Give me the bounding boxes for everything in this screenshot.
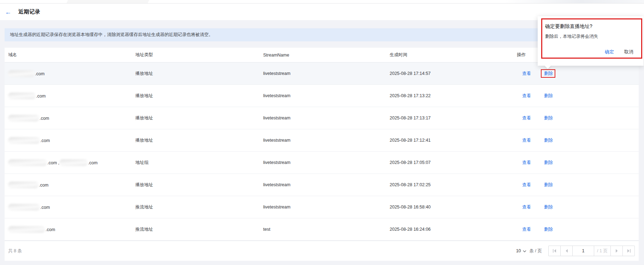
redacted-domain-blur <box>8 137 40 144</box>
column-header-domain: 域名 <box>5 52 135 58</box>
confirm-button[interactable]: 确定 <box>605 49 614 55</box>
domain-cell: .com ,.com <box>5 159 135 166</box>
popover-title: 确定要删除直播地址? <box>545 23 592 30</box>
delete-link[interactable]: 删除 <box>544 93 553 99</box>
popover-body: 删除后，本地记录将会消失 <box>545 34 598 40</box>
delete-link[interactable]: 删除 <box>544 160 553 166</box>
cancel-button[interactable]: 取消 <box>624 49 633 55</box>
time-cell: 2025-08-28 16:58:40 <box>390 205 517 210</box>
row-actions: 查看 删除 <box>517 71 639 77</box>
domain-suffix-text: .com <box>35 71 45 76</box>
info-banner-text: 地址生成器的近期记录保存在浏览器本地缓存中，清除浏览器缓存后地址生成器的近期记录… <box>10 32 213 38</box>
domain-cell: .com <box>5 115 135 122</box>
screen: ← 近期记录 地址生成器的近期记录保存在浏览器本地缓存中，清除浏览器缓存后地址生… <box>0 0 644 265</box>
delete-link[interactable]: 删除 <box>544 137 553 143</box>
browser-chrome-strip <box>0 0 644 4</box>
redacted-domain-blur <box>8 226 45 233</box>
table-row: .com 播放地址 liveteststream 2025-08-28 17:1… <box>5 85 639 107</box>
pager-controls: / 1 页 <box>548 246 635 256</box>
domain-cell: .com <box>5 226 135 233</box>
row-actions: 查看 删除 <box>517 204 639 210</box>
stream-cell: liveteststream <box>263 93 390 98</box>
view-link[interactable]: 查看 <box>522 115 531 121</box>
table-body: .com 播放地址 liveteststream 2025-08-28 17:1… <box>5 63 639 241</box>
stream-cell: liveteststream <box>263 116 390 120</box>
row-actions: 查看 删除 <box>517 226 639 232</box>
view-link[interactable]: 查看 <box>522 93 531 99</box>
view-link[interactable]: 查看 <box>522 226 531 232</box>
view-link[interactable]: 查看 <box>522 160 531 166</box>
redacted-domain-blur <box>8 115 39 122</box>
prev-page-icon <box>565 249 568 253</box>
domain-cell: .com <box>5 93 135 99</box>
column-header-created-time: 生成时间 <box>390 52 517 58</box>
view-link[interactable]: 查看 <box>522 137 531 143</box>
last-page-button[interactable] <box>622 246 635 256</box>
redacted-domain-blur <box>8 182 39 188</box>
delete-link[interactable]: 删除 <box>544 182 553 188</box>
row-actions: 查看 删除 <box>517 115 639 121</box>
stream-cell: liveteststream <box>263 205 390 210</box>
table-row: .com 播放地址 liveteststream 2025-08-28 17:1… <box>5 107 639 129</box>
next-page-button[interactable] <box>610 246 623 256</box>
next-page-icon <box>615 249 618 253</box>
time-cell: 2025-08-28 17:13:22 <box>390 93 517 98</box>
domain-suffix-text: .com , <box>47 160 59 165</box>
row-actions: 查看 删除 <box>517 160 639 166</box>
stream-cell: liveteststream <box>263 160 390 165</box>
delete-link[interactable]: 删除 <box>544 204 553 210</box>
type-cell: 地址组 <box>135 160 263 166</box>
view-link[interactable]: 查看 <box>522 204 531 210</box>
redacted-domain-blur <box>59 159 88 166</box>
domain-suffix-text: .com <box>36 94 46 99</box>
per-page-label: 条 / 页 <box>530 248 542 254</box>
chrome-smudge <box>66 0 150 4</box>
table-row: .com 播放地址 liveteststream 2025-08-28 17:1… <box>5 63 639 85</box>
stream-cell: test <box>263 227 390 232</box>
delete-confirm-popover: 确定要删除直播地址? 删除后，本地记录将会消失 确定 取消 <box>538 16 644 66</box>
table-row: .com 播放地址 liveteststream 2025-08-28 17:0… <box>5 174 639 196</box>
stream-cell: liveteststream <box>263 138 390 143</box>
popover-actions: 确定 取消 <box>605 49 633 55</box>
type-cell: 播放地址 <box>135 71 263 77</box>
page-title: 近期记录 <box>18 8 40 15</box>
domain-suffix-text: .com <box>39 183 48 188</box>
type-cell: 推流地址 <box>135 204 263 210</box>
type-cell: 播放地址 <box>135 137 263 143</box>
prev-page-button[interactable] <box>560 246 573 256</box>
domain-suffix-text: .com <box>40 138 50 143</box>
table-row: .com 推流地址 test 2025-08-28 16:24:06 查看 删除 <box>5 218 639 241</box>
table-row: .com 推流地址 liveteststream 2025-08-28 16:5… <box>5 196 639 218</box>
delete-link[interactable]: 删除 <box>544 226 553 232</box>
type-cell: 播放地址 <box>135 182 263 188</box>
column-header-streamname: StreamName <box>263 53 390 58</box>
view-link[interactable]: 查看 <box>522 71 531 77</box>
row-actions: 查看 删除 <box>517 137 639 143</box>
domain-suffix-text: .com <box>40 205 50 210</box>
domain-suffix-text: .com <box>88 160 98 165</box>
records-table-card: 域名 地址类型 StreamName 生成时间 操作 .com 播放地址 liv… <box>5 48 639 261</box>
domain-cell: .com <box>5 70 135 77</box>
time-cell: 2025-08-28 17:12:41 <box>390 138 517 143</box>
column-header-address-type: 地址类型 <box>135 52 263 58</box>
time-cell: 2025-08-28 17:05:07 <box>390 160 517 165</box>
total-count-label: 共 8 条 <box>8 248 22 254</box>
delete-link[interactable]: 删除 <box>544 115 553 121</box>
first-page-button[interactable] <box>548 246 561 256</box>
view-link[interactable]: 查看 <box>522 182 531 188</box>
row-actions: 查看 删除 <box>517 182 639 188</box>
table-row: .com ,.com 地址组 liveteststream 2025-08-28… <box>5 152 639 174</box>
delete-link[interactable]: 删除 <box>544 71 553 77</box>
page-size-value: 10 <box>516 248 521 253</box>
first-page-icon <box>553 249 557 253</box>
total-pages-label: / 1 页 <box>594 246 611 256</box>
type-cell: 播放地址 <box>135 93 263 99</box>
domain-cell: .com <box>5 137 135 144</box>
type-cell: 推流地址 <box>135 226 263 232</box>
page-number-input[interactable] <box>572 246 594 256</box>
time-cell: 2025-08-28 17:13:17 <box>390 116 517 120</box>
redacted-domain-blur <box>8 159 47 166</box>
domain-cell: .com <box>5 182 135 188</box>
back-arrow-icon[interactable]: ← <box>5 9 13 15</box>
page-size-select[interactable]: 10 条 / 页 <box>516 248 542 254</box>
